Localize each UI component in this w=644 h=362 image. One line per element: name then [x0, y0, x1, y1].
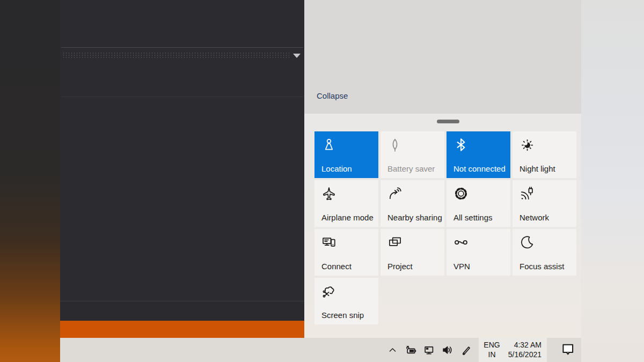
dark-app-window: [60, 0, 304, 338]
chevron-down-icon[interactable]: [293, 54, 301, 58]
language-indicator[interactable]: ENG IN: [479, 338, 504, 362]
gear-icon: [453, 186, 469, 201]
sun-icon: [519, 137, 535, 152]
nearby-sharing-icon: [387, 186, 402, 201]
chevron-up-icon[interactable]: [386, 344, 399, 357]
quick-action-tile-connect[interactable]: Connect: [314, 229, 378, 276]
quick-action-label: Connect: [321, 262, 352, 271]
action-center-notification-area: Collapse: [304, 0, 581, 114]
taskbar: ENG IN 4:32 AM 5/16/2021: [60, 338, 581, 362]
thumbnail-right-gradient: [581, 0, 644, 362]
quick-action-tile-screen-snip[interactable]: Screen snip: [314, 278, 378, 324]
quick-action-label: Battery saver: [387, 164, 435, 173]
quick-action-label: VPN: [453, 262, 470, 271]
quick-action-tile-vpn[interactable]: VPN: [447, 229, 510, 276]
quick-action-tile-location[interactable]: Location: [314, 131, 378, 178]
battery-charging-icon[interactable]: [404, 344, 417, 357]
quick-action-tile-focus-assist[interactable]: Focus assist: [513, 229, 576, 276]
quick-action-tile-nearby-sharing[interactable]: Nearby sharing: [380, 180, 444, 227]
app-divider-line: [61, 47, 303, 48]
location-icon: [321, 137, 336, 152]
thumbnail-left-gradient: [0, 0, 60, 362]
system-tray: [383, 338, 474, 362]
quick-action-tile-all-settings[interactable]: All settings: [447, 180, 510, 227]
bluetooth-icon: [453, 137, 469, 152]
speaker-icon[interactable]: [441, 344, 453, 357]
screenshot-stage: Collapse Location Battery saver Not conn…: [0, 0, 644, 362]
quick-actions-section: Location Battery saver Not connected Nig…: [304, 114, 581, 338]
action-center-button[interactable]: [559, 338, 577, 362]
quick-action-tile-night-light[interactable]: Night light: [513, 131, 576, 178]
project-displays-icon: [387, 235, 402, 250]
quick-actions-grid: Location Battery saver Not connected Nig…: [314, 131, 576, 324]
quick-action-label: Screen snip: [321, 311, 364, 320]
app-orange-statusbar: [60, 321, 304, 338]
quick-action-label: All settings: [453, 213, 493, 222]
drag-handle[interactable]: [437, 120, 459, 123]
airplane-icon: [321, 186, 336, 201]
vpn-link-icon: [453, 235, 469, 250]
tray-input-and-clock: ENG IN 4:32 AM 5/16/2021: [479, 338, 547, 362]
collapse-link[interactable]: Collapse: [317, 91, 348, 100]
app-divider-line: [61, 97, 303, 97]
quick-action-tile-battery-saver[interactable]: Battery saver: [380, 131, 444, 178]
quick-action-label: Network: [519, 213, 549, 222]
quick-action-tile-airplane-mode[interactable]: Airplane mode: [314, 180, 378, 227]
clock[interactable]: 4:32 AM 5/16/2021: [505, 338, 547, 362]
quick-action-label: Nearby sharing: [387, 213, 442, 222]
network-wifi-icon: [519, 186, 535, 201]
display-ethernet-icon[interactable]: [422, 344, 435, 357]
notification-flag-icon: [561, 342, 575, 358]
pen-icon[interactable]: [459, 344, 472, 357]
quick-action-label: Night light: [519, 164, 555, 173]
app-dropdown-bar[interactable]: [62, 52, 291, 59]
quick-action-tile-not-connected[interactable]: Not connected: [447, 131, 510, 178]
quick-action-label: Project: [387, 262, 413, 271]
app-footer-strip: [60, 301, 304, 321]
moon-icon: [519, 235, 535, 250]
leaf-icon: [387, 137, 402, 152]
clock-date: 5/16/2021: [508, 350, 541, 360]
quick-action-label: Not connected: [453, 164, 506, 173]
language-line2: IN: [488, 350, 496, 360]
quick-action-tile-network[interactable]: Network: [513, 180, 576, 227]
quick-action-label: Focus assist: [519, 262, 564, 271]
quick-action-label: Airplane mode: [321, 213, 374, 222]
action-center-panel: Collapse Location Battery saver Not conn…: [304, 0, 581, 338]
quick-action-label: Location: [321, 164, 352, 173]
quick-action-tile-project[interactable]: Project: [380, 229, 444, 276]
connect-screens-icon: [321, 235, 336, 250]
clock-time: 4:32 AM: [514, 341, 541, 350]
language-line1: ENG: [484, 341, 500, 350]
snip-scissors-icon: [321, 284, 336, 299]
